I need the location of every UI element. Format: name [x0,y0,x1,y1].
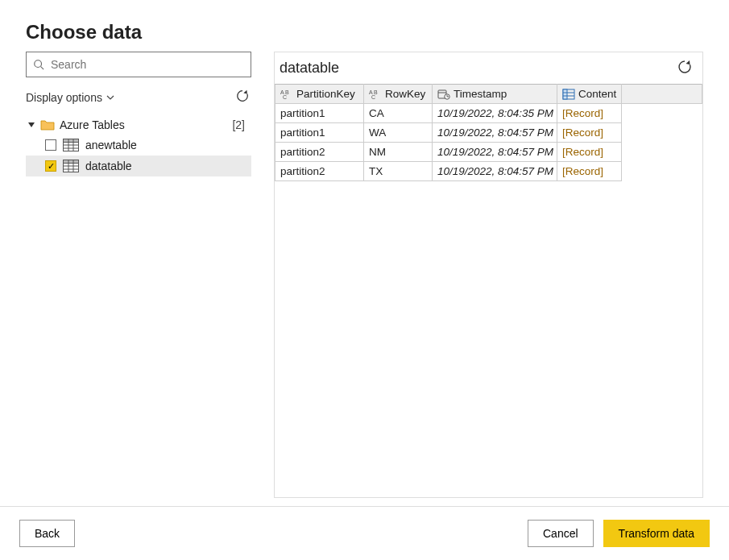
navigator-pane: Display options [26,52,251,498]
preview-pane: datatable ABCPartitionKeyABCRowKeyTimest… [274,52,703,498]
folder-icon [40,119,55,131]
cell-rowkey: NM [364,143,433,162]
type-abc-icon: ABC [280,89,293,100]
table-icon [63,139,79,151]
cell-rowkey: TX [364,162,433,181]
refresh-preview-button[interactable] [675,57,694,79]
cell-timestamp: 10/19/2022, 8:04:57 PM [433,143,557,162]
chevron-down-icon [106,93,115,102]
footer-bar: Back Cancel Transform data [0,506,729,560]
table-row[interactable]: partition2TX10/19/2022, 8:04:57 PM[Recor… [275,162,702,181]
type-record-icon [562,89,575,100]
svg-line-1 [41,67,44,70]
type-datetime-icon [437,89,450,100]
tree-root-label: Azure Tables [60,118,125,131]
search-icon [33,59,44,70]
svg-rect-3 [64,139,79,143]
cell-content[interactable]: [Record] [557,104,622,123]
svg-rect-9 [64,160,79,164]
tree-item-checkbox[interactable] [45,139,56,151]
table-row[interactable]: partition1WA10/19/2022, 8:04:57 PM[Recor… [275,123,702,143]
preview-title: datatable [280,60,339,77]
cell-partitionkey: partition1 [275,104,364,123]
search-input[interactable] [49,57,244,72]
tree-item-anewtable[interactable]: anewtable [26,135,251,156]
tree-item-label: datatable [85,160,132,172]
svg-text:C: C [283,94,287,100]
back-button[interactable]: Back [19,520,75,547]
column-header-timestamp[interactable]: Timestamp [433,85,557,104]
table-row[interactable]: partition1CA10/19/2022, 8:04:35 PM[Recor… [275,104,702,123]
display-options-dropdown[interactable]: Display options [26,91,115,104]
refresh-icon [677,59,693,75]
svg-rect-26 [563,89,567,99]
column-header-rowkey[interactable]: ABCRowKey [364,85,433,104]
cell-timestamp: 10/19/2022, 8:04:57 PM [433,123,557,143]
display-options-label: Display options [26,91,102,104]
column-label: Content [578,88,616,100]
column-label: Timestamp [454,88,507,100]
table-row[interactable]: partition2NM10/19/2022, 8:04:57 PM[Recor… [275,143,702,162]
cell-content[interactable]: [Record] [557,162,622,181]
cell-partitionkey: partition1 [275,123,364,143]
cell-rowkey: WA [364,123,433,143]
svg-point-0 [35,60,42,68]
column-label: RowKey [385,88,425,100]
column-header-content[interactable]: Content [557,85,622,104]
cell-timestamp: 10/19/2022, 8:04:35 PM [433,104,557,123]
cell-content[interactable]: [Record] [557,143,622,162]
table-icon [63,160,79,172]
refresh-tree-button[interactable] [234,87,251,107]
type-abc-icon: ABC [369,89,382,100]
preview-table: ABCPartitionKeyABCRowKeyTimestampContent… [275,84,702,181]
column-header-empty [622,85,702,104]
cancel-button[interactable]: Cancel [528,520,594,547]
cell-timestamp: 10/19/2022, 8:04:57 PM [433,162,557,181]
tree-root-count: [2] [232,118,250,131]
cell-content[interactable]: [Record] [557,123,622,143]
tree-root-azure-tables[interactable]: Azure Tables [2] [26,115,251,135]
navigator-tree: Azure Tables [2] anewtabledatatable [26,115,251,176]
cell-partitionkey: partition2 [275,143,364,162]
tree-item-datatable[interactable]: datatable [26,156,251,176]
tree-item-checkbox[interactable] [45,160,56,172]
column-label: PartitionKey [296,88,355,100]
search-box[interactable] [26,52,251,77]
transform-data-button[interactable]: Transform data [603,520,710,547]
tree-item-label: anewtable [85,139,137,151]
cell-rowkey: CA [364,104,433,123]
page-title: Choose data [26,21,703,44]
cell-partitionkey: partition2 [275,162,364,181]
svg-text:C: C [371,94,375,100]
column-header-partitionkey[interactable]: ABCPartitionKey [275,85,364,104]
refresh-icon [235,89,250,103]
caret-down-icon [27,121,35,129]
